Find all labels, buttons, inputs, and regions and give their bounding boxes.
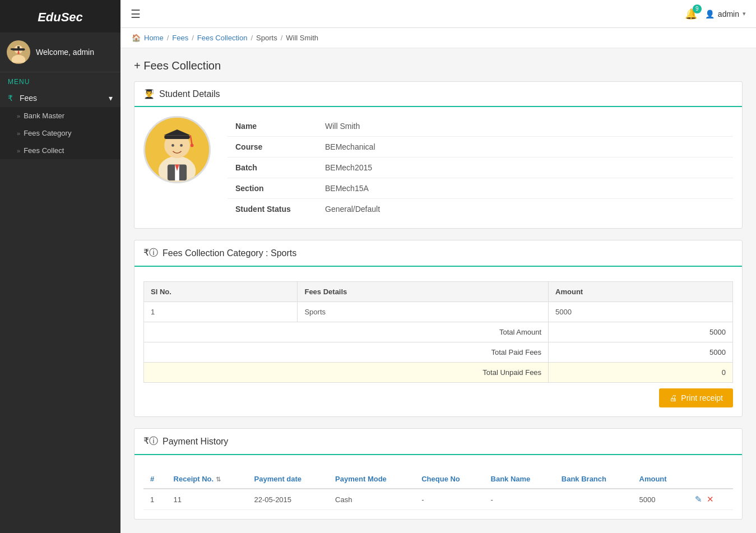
payment-history-title: Payment History: [163, 437, 228, 447]
total-unpaid-label: Total Unpaid Fees: [144, 363, 549, 383]
payment-date: 22-05-2015: [248, 489, 329, 510]
delete-payment-button[interactable]: ✕: [707, 494, 714, 504]
total-unpaid-value: 0: [549, 363, 733, 383]
breadcrumb-home[interactable]: Home: [144, 34, 164, 42]
app-logo: EduSec: [0, 0, 120, 33]
fees-collection-title: Fees Collection Category : Sports: [163, 248, 296, 258]
total-unpaid-row: Total Unpaid Fees 0: [144, 363, 733, 383]
sidebar: EduSec Welcome, admin Menu ₹ Fees ▾ »: [0, 0, 120, 533]
admin-dropdown[interactable]: 👤 admin ▾: [705, 10, 746, 18]
sidebar-sub-menu: » Bank Master » Fees Category » Fees Col…: [0, 107, 120, 159]
payment-history-header: ₹ⓘ Payment History: [134, 429, 742, 455]
total-amount-value: 5000: [549, 322, 733, 342]
table-row: 1 Sports 5000: [144, 302, 733, 322]
total-paid-label: Total Paid Fees: [144, 342, 549, 363]
breadcrumb: 🏠 Home / Fees / Fees Collection / Sports…: [120, 28, 756, 48]
student-details-card: 👨‍🎓 Student Details: [134, 81, 743, 229]
field-value: BEMechanical: [317, 137, 733, 157]
sidebar-fees-section[interactable]: ₹ Fees ▾: [0, 89, 120, 107]
table-row: Name Will Smith: [228, 116, 733, 137]
student-details-title: Student Details: [159, 89, 220, 99]
sort-icon: ⇅: [216, 476, 221, 483]
payment-icon: ₹ⓘ: [143, 435, 158, 447]
field-value: Will Smith: [317, 116, 733, 137]
student-details-inner: Name Will Smith Course BEMechanical Batc…: [143, 116, 733, 219]
student-details-body: Name Will Smith Course BEMechanical Batc…: [134, 107, 742, 228]
breadcrumb-fees-collection[interactable]: Fees Collection: [197, 34, 248, 42]
fees-collection-header: ₹ⓘ Fees Collection Category : Sports: [134, 240, 742, 267]
payment-bank-name: -: [484, 489, 555, 510]
print-receipt-button[interactable]: 🖨 Print receipt: [659, 388, 733, 407]
topbar: ☰ 🔔 9 👤 admin ▾: [120, 0, 756, 28]
field-label: Student Status: [228, 199, 317, 220]
notification-bell[interactable]: 🔔 9: [685, 8, 697, 20]
svg-point-15: [171, 144, 174, 147]
caret-icon: ▾: [743, 10, 746, 17]
svg-rect-4: [17, 47, 20, 51]
sidebar-fees-label: Fees: [20, 94, 37, 103]
table-row: Course BEMechanical: [228, 137, 733, 157]
total-paid-row: Total Paid Fees 5000: [144, 342, 733, 363]
total-amount-label: Total Amount: [144, 322, 549, 342]
fees-amount: 5000: [549, 302, 733, 322]
sidebar-item-label: Fees Category: [24, 129, 71, 137]
sidebar-item-fees-collect[interactable]: » Fees Collect: [0, 142, 120, 159]
student-details-header: 👨‍🎓 Student Details: [134, 82, 742, 107]
fees-collection-body: Sl No. Fees Details Amount 1 Sports 5000…: [134, 267, 742, 416]
breadcrumb-sports: Sports: [256, 34, 277, 42]
breadcrumb-student: Will Smith: [286, 34, 318, 42]
payment-amount: 5000: [633, 489, 687, 510]
payment-receipt-no: 11: [167, 489, 248, 510]
col-bank-branch[interactable]: Bank Branch: [555, 470, 633, 489]
payment-mode: Cash: [328, 489, 415, 510]
col-sl-no: Sl No.: [144, 282, 298, 302]
col-cheque-no[interactable]: Cheque No: [415, 470, 484, 489]
sidebar-item-bank-master[interactable]: » Bank Master: [0, 107, 120, 124]
edit-payment-button[interactable]: ✎: [695, 494, 702, 504]
field-value: General/Default: [317, 199, 733, 220]
col-payment-date[interactable]: Payment date: [248, 470, 329, 489]
payment-actions: ✎ ✕: [687, 489, 733, 510]
field-label: Section: [228, 178, 317, 199]
sidebar-item-label: Fees Collect: [24, 146, 64, 155]
col-amount: Amount: [549, 282, 733, 302]
rupee-icon: ₹: [8, 94, 13, 103]
arrow-icon: »: [17, 113, 20, 119]
notification-badge: 9: [693, 4, 702, 13]
svg-point-16: [180, 144, 183, 147]
field-label: Batch: [228, 157, 317, 178]
total-amount-row: Total Amount 5000: [144, 322, 733, 342]
arrow-icon: »: [17, 147, 20, 154]
col-amount[interactable]: Amount: [633, 470, 687, 489]
breadcrumb-fees[interactable]: Fees: [172, 34, 188, 42]
table-header-row: Sl No. Fees Details Amount: [144, 282, 733, 302]
page-title: + Fees Collection: [134, 59, 743, 72]
col-actions: [687, 470, 733, 489]
field-label: Course: [228, 137, 317, 157]
topbar-left: ☰: [131, 7, 141, 21]
table-row: Student Status General/Default: [228, 199, 733, 220]
student-icon: 👨‍🎓: [143, 89, 155, 99]
admin-label: admin: [718, 10, 739, 18]
col-fees-details: Fees Details: [298, 282, 549, 302]
fees-detail: Sports: [298, 302, 549, 322]
fees-collection-card: ₹ⓘ Fees Collection Category : Sports Sl …: [134, 240, 743, 417]
hamburger-icon[interactable]: ☰: [131, 7, 141, 21]
payment-cheque-no: -: [415, 489, 484, 510]
table-row: 1 11 22-05-2015 Cash - - 5000 ✎ ✕: [143, 489, 733, 510]
fees-table: Sl No. Fees Details Amount 1 Sports 5000…: [143, 281, 733, 383]
total-paid-value: 5000: [549, 342, 733, 363]
col-payment-mode[interactable]: Payment Mode: [328, 470, 415, 489]
main-content: ☰ 🔔 9 👤 admin ▾ 🏠 Home / Fees / Fees Col…: [120, 0, 756, 533]
payment-sl: 1: [143, 489, 167, 510]
col-receipt-no[interactable]: Receipt No. ⇅: [167, 470, 248, 489]
col-bank-name[interactable]: Bank Name: [484, 470, 555, 489]
sidebar-item-fees-category[interactable]: » Fees Category: [0, 124, 120, 142]
svg-rect-11: [164, 135, 190, 139]
sidebar-item-label: Bank Master: [24, 112, 64, 120]
print-receipt-label: Print receipt: [681, 393, 723, 402]
sidebar-menu-label: Menu: [0, 72, 120, 89]
sidebar-username: Welcome, admin: [36, 48, 94, 57]
clearfix: 🖨 Print receipt: [143, 383, 733, 407]
printer-icon: 🖨: [669, 393, 677, 402]
